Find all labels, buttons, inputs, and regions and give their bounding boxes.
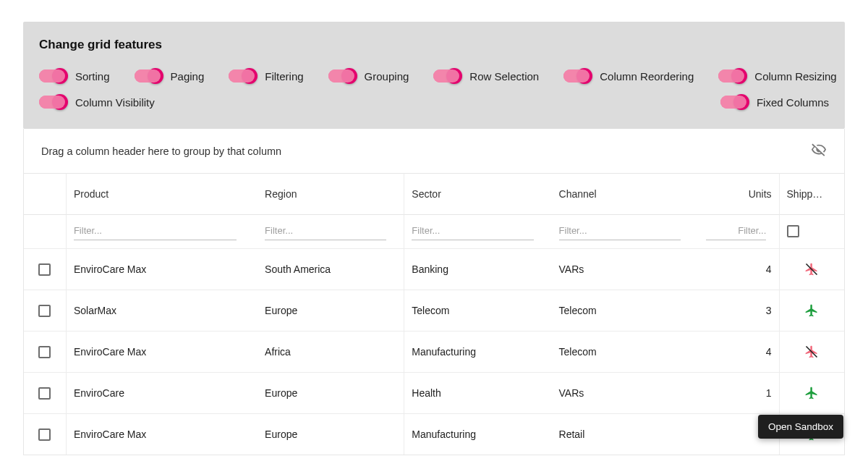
toggle-label: Paging bbox=[171, 70, 205, 83]
filter-checkbox-shipped[interactable] bbox=[787, 225, 799, 237]
group-drop-hint: Drag a column header here to group by th… bbox=[41, 145, 281, 157]
column-visibility-icon[interactable] bbox=[811, 142, 827, 160]
cell-product: EnviroCare bbox=[67, 372, 258, 413]
cell-sector: Manufacturing bbox=[404, 413, 551, 455]
toggle-grouping[interactable]: Grouping bbox=[328, 69, 409, 83]
cell-units: 4 bbox=[699, 248, 780, 290]
filter-input-region[interactable] bbox=[265, 222, 386, 240]
row-select-checkbox[interactable] bbox=[38, 346, 51, 358]
column-header-channel[interactable]: Channel bbox=[552, 173, 699, 215]
airplane-off-icon bbox=[804, 345, 819, 359]
column-header-sector[interactable]: Sector bbox=[404, 173, 551, 215]
cell-units: 4 bbox=[699, 331, 780, 372]
cell-sector: Manufacturing bbox=[404, 331, 551, 372]
toggle-label: Column Resizing bbox=[754, 70, 836, 83]
column-header-shipped[interactable]: Shipp… bbox=[780, 173, 844, 215]
features-title: Change grid features bbox=[39, 38, 829, 52]
cell-units: 1 bbox=[699, 372, 780, 413]
cell-shipped bbox=[780, 372, 844, 413]
features-panel: Change grid features Sorting Paging Filt… bbox=[23, 22, 845, 129]
airplane-icon bbox=[804, 303, 819, 318]
filter-input-sector[interactable] bbox=[412, 222, 534, 240]
cell-sector: Telecom bbox=[404, 290, 551, 331]
cell-sector: Banking bbox=[404, 248, 551, 290]
row-select-checkbox[interactable] bbox=[38, 263, 51, 276]
cell-channel: Telecom bbox=[552, 331, 699, 372]
toggle-label: Fixed Columns bbox=[757, 96, 829, 109]
row-select-checkbox[interactable] bbox=[38, 428, 51, 441]
cell-shipped bbox=[780, 331, 844, 372]
cell-region: Europe bbox=[258, 413, 404, 455]
toggle-label: Row Selection bbox=[469, 70, 539, 83]
column-header-select[interactable] bbox=[24, 173, 67, 215]
cell-shipped bbox=[780, 290, 844, 331]
toggle-sorting[interactable]: Sorting bbox=[39, 69, 110, 83]
cell-channel: Retail bbox=[552, 413, 699, 455]
toggle-column-visibility[interactable]: Column Visibility bbox=[39, 96, 155, 109]
table-row: EnviroCare MaxSouth AmericaBankingVARs4 bbox=[24, 248, 844, 290]
cell-product: SolarMax bbox=[67, 290, 258, 331]
row-select-checkbox[interactable] bbox=[38, 387, 51, 400]
cell-sector: Health bbox=[404, 372, 551, 413]
toggle-row-selection[interactable]: Row Selection bbox=[433, 69, 539, 83]
cell-shipped bbox=[780, 248, 844, 290]
table-row: EnviroCare MaxAfricaManufacturingTelecom… bbox=[24, 331, 844, 372]
row-select-checkbox[interactable] bbox=[38, 305, 51, 317]
toggle-label: Grouping bbox=[365, 70, 409, 83]
cell-product: EnviroCare Max bbox=[67, 413, 258, 455]
cell-product: EnviroCare Max bbox=[67, 248, 258, 290]
toggle-label: Filtering bbox=[265, 70, 303, 83]
filter-row bbox=[24, 215, 844, 248]
data-grid: Drag a column header here to group by th… bbox=[23, 129, 845, 455]
cell-units: 3 bbox=[699, 290, 780, 331]
cell-channel: VARs bbox=[552, 248, 699, 290]
toggle-paging[interactable]: Paging bbox=[135, 69, 205, 83]
airplane-icon bbox=[804, 386, 819, 400]
column-header-product[interactable]: Product bbox=[67, 173, 258, 215]
group-drop-area[interactable]: Drag a column header here to group by th… bbox=[24, 129, 844, 173]
column-header-region[interactable]: Region bbox=[258, 173, 404, 215]
cell-region: Africa bbox=[258, 331, 404, 372]
airplane-off-icon bbox=[804, 262, 819, 276]
toggle-column-reordering[interactable]: Column Reordering bbox=[563, 69, 694, 83]
column-header-row: Product Region Sector Channel Units Ship… bbox=[24, 173, 844, 215]
table-row: EnviroCare MaxEuropeManufacturingRetail1 bbox=[24, 413, 844, 455]
table-row: EnviroCareEuropeHealthVARs1 bbox=[24, 372, 844, 413]
column-header-units[interactable]: Units bbox=[699, 173, 780, 215]
filter-input-product[interactable] bbox=[74, 222, 237, 240]
filter-input-channel[interactable] bbox=[559, 222, 681, 240]
table-row: SolarMaxEuropeTelecomTelecom3 bbox=[24, 290, 844, 331]
toggle-fixed-columns[interactable]: Fixed Columns bbox=[720, 96, 829, 109]
cell-region: Europe bbox=[258, 290, 404, 331]
open-sandbox-button[interactable]: Open Sandbox bbox=[758, 415, 843, 439]
toggle-filtering[interactable]: Filtering bbox=[229, 69, 303, 83]
toggle-label: Column Visibility bbox=[75, 96, 155, 109]
cell-channel: Telecom bbox=[552, 290, 699, 331]
cell-product: EnviroCare Max bbox=[67, 331, 258, 372]
toggle-label: Column Reordering bbox=[600, 70, 694, 83]
cell-region: Europe bbox=[258, 372, 404, 413]
cell-channel: VARs bbox=[552, 372, 699, 413]
toggle-label: Sorting bbox=[75, 70, 110, 83]
filter-input-units[interactable] bbox=[706, 222, 767, 240]
cell-region: South America bbox=[258, 248, 404, 290]
toggle-column-resizing[interactable]: Column Resizing bbox=[718, 69, 836, 83]
